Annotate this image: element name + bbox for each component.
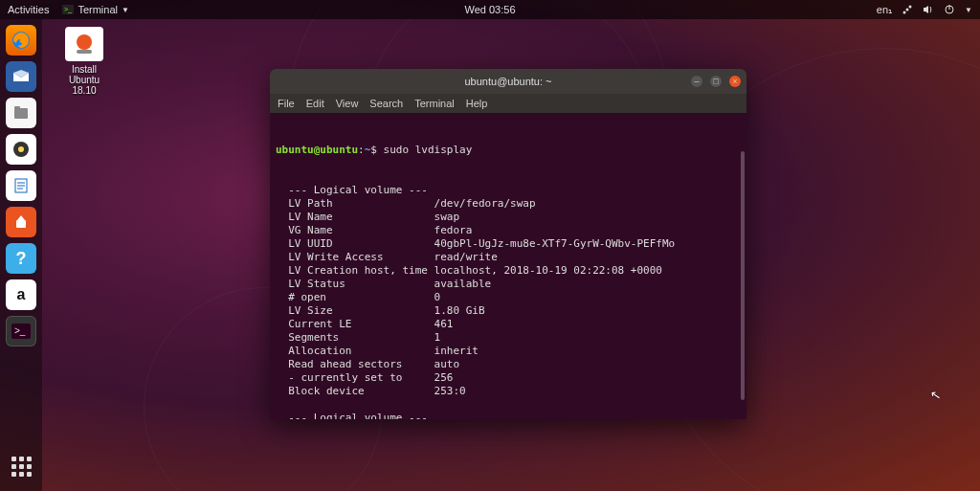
- terminal-window: ubuntu@ubuntu: ~ – □ × File Edit View Se…: [270, 69, 746, 419]
- output-line: VG Name fedora: [276, 224, 741, 237]
- dock-item-amazon[interactable]: a: [6, 279, 36, 310]
- menu-bar: File Edit View Search Terminal Help: [270, 94, 746, 113]
- minimize-button[interactable]: –: [691, 76, 702, 87]
- svg-point-4: [909, 6, 912, 9]
- menu-edit[interactable]: Edit: [306, 98, 324, 109]
- dock: ? a >_: [0, 19, 42, 491]
- svg-point-19: [77, 34, 92, 50]
- svg-text:>_: >_: [64, 6, 72, 13]
- output-line: LV Path /dev/fedora/swap: [276, 197, 741, 211]
- output-line: Read ahead sectors auto: [276, 358, 741, 371]
- dock-item-writer[interactable]: [6, 170, 36, 201]
- dock-item-thunderbird[interactable]: [6, 61, 36, 92]
- svg-rect-16: [16, 220, 26, 228]
- clock[interactable]: Wed 03:56: [464, 4, 515, 15]
- output-line: LV Name swap: [276, 211, 741, 224]
- show-applications-button[interactable]: [6, 451, 36, 481]
- output-line: Current LE 461: [276, 318, 741, 331]
- dock-item-firefox[interactable]: [6, 25, 36, 56]
- svg-rect-20: [77, 50, 92, 54]
- prompt-line: ubuntu@ubuntu:~$ sudo lvdisplay: [276, 144, 741, 157]
- output-line: --- Logical volume ---: [276, 412, 741, 419]
- maximize-button[interactable]: □: [710, 76, 722, 87]
- output-line: [276, 398, 741, 412]
- svg-point-3: [906, 9, 909, 11]
- top-bar: Activities >_ Terminal ▼ Wed 03:56 en₁ ▼: [0, 0, 980, 19]
- output-line: Block device 253:0: [276, 385, 741, 398]
- terminal-output[interactable]: ubuntu@ubuntu:~$ sudo lvdisplay --- Logi…: [270, 113, 746, 419]
- output-line: LV Size 1.80 GiB: [276, 304, 741, 318]
- cursor-icon: ↖: [929, 387, 942, 403]
- dock-item-terminal[interactable]: >_: [6, 316, 36, 346]
- activities-button[interactable]: Activities: [8, 4, 49, 15]
- dock-item-software[interactable]: [6, 207, 36, 237]
- output-line: LV Write Access read/write: [276, 251, 741, 264]
- language-indicator[interactable]: en₁: [877, 4, 892, 16]
- output-line: --- Logical volume ---: [276, 184, 741, 197]
- chevron-down-icon: ▼: [122, 6, 129, 14]
- window-titlebar[interactable]: ubuntu@ubuntu: ~ – □ ×: [270, 69, 746, 94]
- dock-item-files[interactable]: [6, 98, 36, 128]
- dock-item-help[interactable]: ?: [6, 243, 36, 274]
- menu-help[interactable]: Help: [466, 98, 488, 109]
- app-menu[interactable]: >_ Terminal ▼: [62, 4, 129, 15]
- output-line: - currently set to 256: [276, 371, 741, 385]
- output-line: LV Status available: [276, 278, 741, 291]
- close-button[interactable]: ×: [729, 76, 741, 87]
- app-menu-label: Terminal: [78, 4, 118, 15]
- desktop-icon-install-ubuntu[interactable]: Install Ubuntu 18.10: [54, 27, 115, 96]
- output-line: LV Creation host, time localhost, 2018-1…: [276, 264, 741, 278]
- output-line: LV UUID 40gbPl-UgJz-mu8e-XTf7-GyrW-QWbv-…: [276, 237, 741, 251]
- menu-view[interactable]: View: [336, 98, 359, 109]
- dock-item-rhythmbox[interactable]: [6, 134, 36, 165]
- chevron-down-icon: ▼: [965, 6, 972, 14]
- desktop-icon-label: Install Ubuntu 18.10: [54, 64, 115, 96]
- window-title: ubuntu@ubuntu: ~: [465, 76, 552, 87]
- menu-file[interactable]: File: [278, 98, 295, 109]
- svg-rect-9: [14, 106, 20, 109]
- scrollbar[interactable]: [741, 151, 745, 400]
- volume-icon[interactable]: [923, 4, 934, 15]
- svg-rect-8: [14, 108, 28, 119]
- svg-text:>_: >_: [14, 325, 26, 336]
- terminal-icon: >_: [62, 5, 74, 14]
- network-icon[interactable]: [902, 4, 913, 15]
- install-icon: [65, 27, 103, 61]
- output-line: Segments 1: [276, 331, 741, 345]
- output-line: Allocation inherit: [276, 345, 741, 358]
- power-icon[interactable]: [944, 4, 955, 15]
- menu-terminal[interactable]: Terminal: [414, 98, 455, 109]
- menu-search[interactable]: Search: [369, 98, 403, 109]
- svg-point-11: [18, 146, 24, 152]
- svg-point-2: [903, 11, 906, 14]
- output-line: # open 0: [276, 291, 741, 304]
